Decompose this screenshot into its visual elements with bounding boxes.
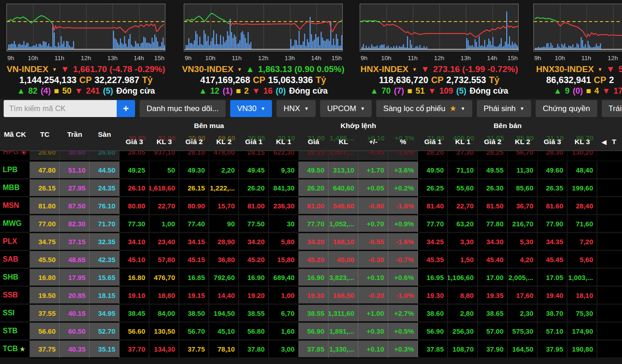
scroll-left-icon[interactable]: ◀	[602, 139, 606, 146]
match-cell: 77.70	[299, 215, 328, 233]
symbol-cell[interactable]: MBB	[0, 179, 30, 197]
ask-cell: 77.90	[537, 215, 567, 233]
time-axis-label: 14h	[311, 55, 322, 62]
tab-hnx[interactable]: HNX▼	[277, 100, 316, 117]
index-dropdown-caret-icon[interactable]: ▼	[52, 67, 57, 72]
ask-cell: 2,005,...	[508, 269, 537, 287]
bid-cell: 38.45	[119, 305, 149, 323]
tab-label: Chứng quyền	[543, 104, 590, 113]
table-row-lpb[interactable]: LPB47.8051.1044.5049.255049.302,2049.459…	[0, 162, 622, 179]
advancers-count: 12	[210, 86, 220, 96]
ask-cell: 8,80	[448, 287, 478, 305]
ask-cell: 49.50	[418, 162, 448, 179]
index-breadth-line: ▲12(1)■2▼16(0)Đóng cửa	[184, 86, 343, 96]
table-row-ssb[interactable]: SSB19.5020.8518.1519.1018,8019.1514,4019…	[0, 287, 622, 305]
time-axis: 9h10h11h12h13h14h15h	[360, 51, 519, 64]
spacer-cell	[597, 305, 622, 323]
index-dropdown-caret-icon[interactable]: ▼	[598, 67, 603, 72]
ask-cell: 57.00	[478, 323, 508, 341]
symbol-cell[interactable]: TCB★	[0, 341, 30, 358]
match-cell: 546,60	[328, 197, 358, 215]
bid-cell: 77.50	[239, 215, 269, 233]
bid-cell: 77.30	[119, 215, 149, 233]
tab-trái-phiếu[interactable]: Trái phiếu	[602, 100, 622, 117]
match-cell: -0.7%	[388, 251, 418, 269]
table-row-plx[interactable]: PLX34.7537.1532.3534.1023,4034.1528,9034…	[0, 233, 622, 251]
ask-cell: 45.40	[478, 251, 508, 269]
cp-label: CP	[79, 75, 92, 85]
table-row-msn[interactable]: MSN81.8087.5076.1080.8022,7080.9015,7081…	[0, 197, 622, 215]
match-cell: 37.85	[299, 341, 328, 358]
ask-cell: 71,60	[567, 215, 597, 233]
ask-cell: 34.25	[418, 233, 448, 251]
ceiling-price-cell: 17.95	[60, 269, 90, 287]
tab-sàng-lọc-cổ-phiếu[interactable]: Sàng lọc cổ phiếu★▼	[376, 100, 472, 117]
table-row-ssi[interactable]: SSI37.5540.1534.9538.4584,0038.50194,503…	[0, 305, 622, 323]
match-cell: 3,823,...	[328, 269, 358, 287]
symbol-cell[interactable]: MSN	[0, 197, 30, 215]
symbol-cell[interactable]: LPB	[0, 162, 30, 179]
time-axis-label: 14h	[134, 55, 144, 62]
ask-cell: 17,60	[508, 287, 537, 305]
ticker-symbol: LPB	[3, 166, 17, 174]
sub-header: %	[388, 133, 418, 151]
index-breadth-line: ▲9(0)■4▼17	[533, 86, 622, 96]
ask-cell: 2,30	[508, 305, 537, 323]
table-row-shb[interactable]: SHB16.8017.9515.6516.80476,7016.85792,60…	[0, 269, 622, 287]
decliners-arrow-icon: ▼	[428, 86, 436, 96]
table-row-mbb[interactable]: MBB26.1527.9524.3526.101,618,6026.151,22…	[0, 179, 622, 197]
bid-cell: 15,70	[209, 197, 239, 215]
index-dropdown-caret-icon[interactable]: ▼	[412, 67, 417, 72]
watchlist-button[interactable]: Danh mục theo dõi...	[140, 100, 226, 117]
tab-label: Phái sinh	[484, 104, 516, 113]
floor-price-cell: 76.10	[90, 197, 119, 215]
ceiling-count: (0)	[573, 86, 583, 96]
time-axis: 9h10h11h12h13h14h15h	[184, 51, 343, 64]
spacer-cell	[597, 233, 622, 251]
ask-cell: 216,70	[508, 215, 537, 233]
tab-vn30[interactable]: VN30▼	[230, 100, 272, 117]
ceiling-price-cell: 48.65	[60, 251, 90, 269]
sub-header: Giá 1	[239, 133, 269, 151]
floor-count: (5)	[456, 86, 466, 96]
symbol-cell[interactable]: MWG	[0, 215, 30, 233]
ask-cell: 11,30	[508, 162, 537, 179]
ask-cell: 7,20	[567, 233, 597, 251]
index-breadth-line: ▲70(7)■51▼109(5)Đóng cửa	[360, 86, 519, 96]
symbol-cell[interactable]: SAB	[0, 251, 30, 269]
search-input[interactable]	[4, 100, 117, 117]
tab-label: HNX	[283, 104, 300, 113]
table-row-mwg[interactable]: MWG77.0082.3071.7077.301,0077.409077.503…	[0, 215, 622, 233]
ask-cell: 63,20	[448, 215, 478, 233]
symbol-cell[interactable]: SSI	[0, 305, 30, 323]
bid-cell: 236,30	[269, 197, 299, 215]
add-symbol-button[interactable]: +	[117, 100, 135, 117]
cp-label: CP	[253, 75, 265, 85]
symbol-cell[interactable]: STB	[0, 323, 30, 341]
symbol-cell[interactable]: SSB	[0, 287, 30, 305]
ask-cell: 19.30	[418, 287, 448, 305]
time-axis-label: 13h	[460, 55, 471, 62]
ask-cell: 5,60	[567, 251, 597, 269]
bid-cell: 16.85	[179, 269, 209, 287]
bid-cell: 16.90	[239, 269, 269, 287]
symbol-cell[interactable]: PLX	[0, 233, 30, 251]
tab-upcom[interactable]: UPCOM▼	[320, 100, 372, 117]
bid-cell: 56.80	[239, 323, 269, 341]
match-cell: -0.80	[358, 197, 388, 215]
ask-cell: 36,70	[508, 197, 537, 215]
match-cell: +0.2%	[388, 179, 418, 197]
table-row-sab[interactable]: SAB45.5048.6542.3545.1057,8045.1536,8045…	[0, 251, 622, 269]
bid-cell: 37.75	[179, 341, 209, 358]
symbol-cell[interactable]: SHB	[0, 269, 30, 287]
tab-chứng-quyền[interactable]: Chứng quyền	[536, 100, 597, 117]
table-row-stb[interactable]: STB56.6060.5052.7056.60130,5056.7045,105…	[0, 323, 622, 341]
bid-cell: 77.40	[179, 215, 209, 233]
cp-label: CP	[431, 75, 443, 85]
table-row-tcb[interactable]: TCB★37.7540.3535.1537.70134,3037.7578,10…	[0, 341, 622, 358]
ticker-symbol: STB	[3, 327, 17, 335]
bid-cell: 38.50	[179, 305, 209, 323]
tab-phái-sinh[interactable]: Phái sinh▼	[477, 100, 532, 117]
unchanged-count: 50	[62, 86, 71, 96]
index-dropdown-caret-icon[interactable]: ▼	[237, 67, 242, 72]
